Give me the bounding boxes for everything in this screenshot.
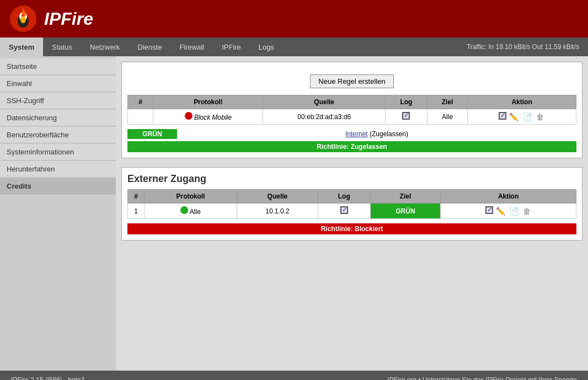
new-rule-btn-row: Neue Regel erstellen: [127, 68, 576, 95]
enable-checkbox-2[interactable]: [485, 206, 493, 214]
table-row: Block Mobile 00:eb:2d:ad:a3:d6 Alle ✏️ 📄…: [128, 109, 576, 125]
nav-ipfire[interactable]: IPFire: [213, 38, 250, 56]
row-protokoll: Block Mobile: [153, 109, 263, 125]
zone-info-text: (Zugelassen): [370, 130, 408, 138]
internet-link[interactable]: Internet: [345, 130, 368, 138]
footer-version: IPFire 2.15 (i586) - beta3: [11, 376, 84, 380]
content-area: Neue Regel erstellen # Protokoll Quelle …: [116, 56, 588, 371]
col-ziel: Ziel: [427, 95, 467, 109]
log-checkbox-2[interactable]: [340, 206, 348, 214]
zone-info: Internet (Zugelassen): [177, 129, 576, 139]
nav-netzwerk[interactable]: Netzwerk: [81, 38, 129, 56]
nav-dienste[interactable]: Dienste: [129, 38, 170, 56]
nav-status[interactable]: Status: [43, 38, 81, 56]
nav-firewall[interactable]: Firewall: [170, 38, 213, 56]
ipfire-logo-icon: [9, 4, 38, 33]
row-quelle-2: 10.1.0.2: [237, 204, 318, 219]
footer: IPFire 2.15 (i586) - beta3 IPFire.org • …: [0, 371, 588, 380]
traffic-info: Traffic: In 19.10 kBit/s Out 11.59 kBit/…: [467, 43, 588, 51]
footer-donation: IPFire.org • Unterstützen Sie das IPFire…: [387, 376, 577, 380]
logo-area: IPFire: [9, 4, 93, 33]
row-quelle: 00:eb:2d:ad:a3:d6: [263, 109, 386, 125]
zone-label-green: GRÜN: [127, 129, 177, 139]
row-log: [385, 109, 427, 125]
log-checkbox[interactable]: [402, 112, 410, 120]
sidebar-item-herunterfahren[interactable]: Herunterfahren: [0, 161, 116, 178]
sidebar-item-credits[interactable]: Credits: [0, 178, 116, 195]
col-num: #: [128, 95, 153, 109]
policy-bar-blocked: Richtlinie: Blockiert: [127, 223, 576, 234]
col-ziel-2: Ziel: [370, 190, 440, 204]
row-log-2: [318, 204, 370, 219]
status-dot-red: [185, 112, 193, 120]
col-protokoll: Protokoll: [153, 95, 263, 109]
row-ziel: Alle: [427, 109, 467, 125]
row-ziel-2: GRÜN: [370, 204, 440, 219]
protokoll-label: Block Mobile: [194, 114, 232, 121]
zone-bar: GRÜN Internet (Zugelassen): [127, 129, 576, 139]
table-row: 1 Alle 10.1.0.2 GRÜN ✏️: [128, 204, 576, 219]
rule-table-1: # Protokoll Quelle Log Ziel Aktion Block…: [127, 95, 576, 125]
row-aktion: ✏️ 📄 🗑: [468, 109, 576, 125]
sidebar-item-einwahl[interactable]: Einwahl: [0, 76, 116, 92]
sidebar-item-startseite[interactable]: Startseite: [0, 58, 116, 75]
edit-icon[interactable]: ✏️: [509, 113, 518, 121]
sidebar: Startseite Einwahl SSH-Zugriff Datensich…: [0, 56, 116, 371]
navbar: System Status Netzwerk Dienste Firewall …: [0, 38, 588, 56]
edit-icon-2[interactable]: ✏️: [496, 207, 505, 216]
sidebar-item-ssh[interactable]: SSH-Zugriff: [0, 93, 116, 109]
row-num-2: 1: [128, 204, 145, 219]
nav-logs[interactable]: Logs: [250, 38, 283, 56]
sidebar-item-datensicherung[interactable]: Datensicherung: [0, 110, 116, 126]
row-protokoll-2: Alle: [145, 204, 237, 219]
rule-table-2: # Protokoll Quelle Log Ziel Aktion 1 All…: [127, 189, 576, 219]
section-title-externer-zugang: Externer Zugang: [127, 173, 576, 185]
sidebar-item-benutzeroberflaeche[interactable]: Benutzeroberfläche: [0, 127, 116, 143]
delete-icon-2[interactable]: 🗑: [523, 207, 531, 216]
col-quelle: Quelle: [263, 95, 386, 109]
col-aktion-2: Aktion: [441, 190, 576, 204]
new-rule-button[interactable]: Neue Regel erstellen: [310, 74, 393, 88]
status-dot-green: [180, 206, 188, 214]
row-aktion-2: ✏️ 📄 🗑: [441, 204, 576, 219]
col-protokoll-2: Protokoll: [145, 190, 237, 204]
col-log-2: Log: [318, 190, 370, 204]
col-num-2: #: [128, 190, 145, 204]
enable-checkbox[interactable]: [499, 112, 506, 120]
row-num: [128, 109, 153, 125]
nav-system[interactable]: System: [0, 38, 43, 56]
rule-card-2: Externer Zugang # Protokoll Quelle Log Z…: [121, 167, 582, 240]
svg-point-3: [20, 17, 26, 23]
header: IPFire: [0, 0, 588, 38]
col-log: Log: [385, 95, 427, 109]
main-layout: Startseite Einwahl SSH-Zugriff Datensich…: [0, 56, 588, 371]
delete-icon[interactable]: 🗑: [536, 113, 544, 121]
rule-card-1: Neue Regel erstellen # Protokoll Quelle …: [121, 62, 582, 158]
sidebar-item-systeminformationen[interactable]: Systeminformationen: [0, 144, 116, 160]
col-quelle-2: Quelle: [237, 190, 318, 204]
copy-icon-2[interactable]: 📄: [509, 207, 518, 216]
copy-icon[interactable]: 📄: [523, 113, 532, 121]
policy-bar-allowed: Richtlinie: Zugelassen: [127, 141, 576, 152]
app-title: IPFire: [44, 9, 93, 29]
col-aktion: Aktion: [468, 95, 576, 109]
